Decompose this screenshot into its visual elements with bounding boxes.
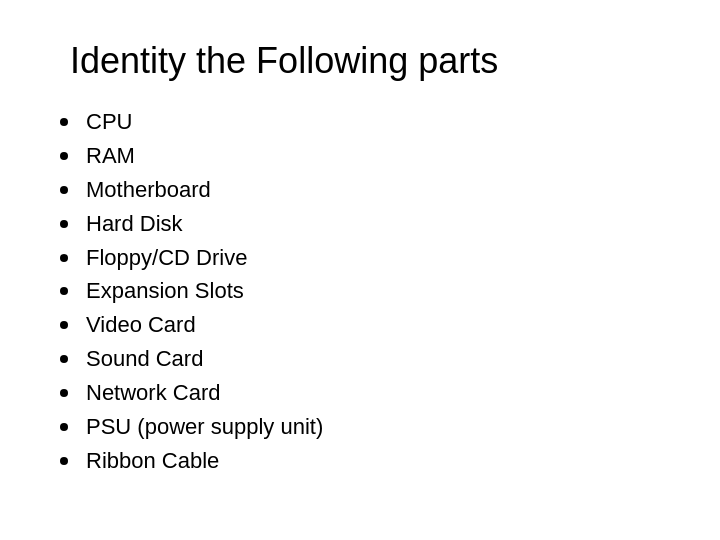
- list-item-text: CPU: [86, 106, 132, 138]
- list-item-text: Video Card: [86, 309, 196, 341]
- bullet-dot-icon: [60, 423, 68, 431]
- list-item-text: Motherboard: [86, 174, 211, 206]
- list-item: RAM: [60, 140, 660, 172]
- bullet-dot-icon: [60, 254, 68, 262]
- list-item-text: PSU (power supply unit): [86, 411, 323, 443]
- bullet-dot-icon: [60, 186, 68, 194]
- list-item: CPU: [60, 106, 660, 138]
- list-item-text: Floppy/CD Drive: [86, 242, 247, 274]
- list-item-text: Sound Card: [86, 343, 203, 375]
- list-item: PSU (power supply unit): [60, 411, 660, 443]
- list-item: Expansion Slots: [60, 275, 660, 307]
- bullet-dot-icon: [60, 321, 68, 329]
- bullet-dot-icon: [60, 287, 68, 295]
- list-item: Sound Card: [60, 343, 660, 375]
- bullet-dot-icon: [60, 457, 68, 465]
- bullet-dot-icon: [60, 220, 68, 228]
- list-item: Video Card: [60, 309, 660, 341]
- list-item-text: RAM: [86, 140, 135, 172]
- list-item-text: Network Card: [86, 377, 220, 409]
- list-item: Ribbon Cable: [60, 445, 660, 477]
- list-item-text: Ribbon Cable: [86, 445, 219, 477]
- slide-title: Identity the Following parts: [70, 40, 660, 82]
- list-item: Motherboard: [60, 174, 660, 206]
- bullet-dot-icon: [60, 389, 68, 397]
- bullet-list: CPURAMMotherboardHard DiskFloppy/CD Driv…: [60, 106, 660, 479]
- list-item: Hard Disk: [60, 208, 660, 240]
- bullet-dot-icon: [60, 355, 68, 363]
- list-item-text: Hard Disk: [86, 208, 183, 240]
- slide: Identity the Following parts CPURAMMothe…: [0, 0, 720, 540]
- list-item: Floppy/CD Drive: [60, 242, 660, 274]
- list-item-text: Expansion Slots: [86, 275, 244, 307]
- bullet-dot-icon: [60, 152, 68, 160]
- list-item: Network Card: [60, 377, 660, 409]
- bullet-dot-icon: [60, 118, 68, 126]
